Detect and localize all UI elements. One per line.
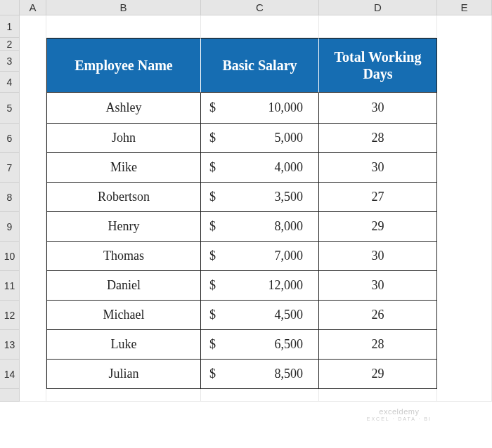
- cell-name-4[interactable]: Henry: [46, 212, 201, 242]
- cell-salary-6[interactable]: $12,000: [201, 271, 319, 301]
- col-header-D[interactable]: D: [319, 0, 437, 15]
- cell-E1[interactable]: [437, 15, 492, 402]
- row-header-2[interactable]: 2: [0, 38, 20, 51]
- currency-icon: $: [208, 190, 216, 204]
- cell-B1[interactable]: [46, 15, 201, 38]
- cell-salary-9[interactable]: $8,500: [201, 360, 319, 389]
- currency-icon: $: [208, 249, 216, 263]
- cell-salary-5[interactable]: $7,000: [201, 242, 319, 271]
- row-header-9[interactable]: 9: [0, 212, 20, 242]
- cell-days-9[interactable]: 29: [319, 360, 437, 389]
- th-employee-name[interactable]: Employee Name: [46, 38, 201, 93]
- cell-days-6[interactable]: 30: [319, 271, 437, 301]
- cell-salary-4[interactable]: $8,000: [201, 212, 319, 242]
- salary-value: 6,500: [275, 337, 304, 352]
- cell-days-1[interactable]: 28: [319, 124, 437, 153]
- cell-D1[interactable]: [319, 15, 437, 38]
- cell-salary-7[interactable]: $4,500: [201, 301, 319, 330]
- cell-A1[interactable]: [20, 15, 46, 402]
- cell-name-6[interactable]: Daniel: [46, 271, 201, 301]
- currency-icon: $: [208, 278, 216, 293]
- cell-days-4[interactable]: 29: [319, 212, 437, 242]
- row-header-4[interactable]: 4: [0, 72, 20, 93]
- row-header-3[interactable]: 3: [0, 51, 20, 72]
- watermark-main: exceldemy: [367, 407, 432, 416]
- currency-icon: $: [208, 219, 216, 234]
- cell-salary-1[interactable]: $5,000: [201, 124, 319, 153]
- cell-days-8[interactable]: 28: [319, 330, 437, 360]
- salary-value: 7,000: [275, 249, 304, 263]
- cell-name-7[interactable]: Michael: [46, 301, 201, 330]
- currency-icon: $: [208, 131, 216, 145]
- col-header-E[interactable]: E: [437, 0, 492, 15]
- select-all-corner[interactable]: [0, 0, 20, 15]
- currency-icon: $: [208, 160, 216, 175]
- cell-C15[interactable]: [201, 389, 319, 402]
- row-header-6[interactable]: 6: [0, 124, 20, 153]
- row-header-13[interactable]: 13: [0, 330, 20, 360]
- cell-salary-3[interactable]: $3,500: [201, 183, 319, 212]
- spreadsheet-grid: A B C D E 1 2 3 4 5 6 7 8 9 10 11 12 13 …: [0, 0, 492, 402]
- cell-salary-8[interactable]: $6,500: [201, 330, 319, 360]
- salary-value: 8,000: [275, 219, 304, 234]
- salary-value: 3,500: [275, 190, 304, 204]
- cell-days-0[interactable]: 30: [319, 93, 437, 124]
- currency-icon: $: [208, 367, 216, 381]
- currency-icon: $: [208, 308, 216, 322]
- col-header-B[interactable]: B: [46, 0, 201, 15]
- currency-icon: $: [208, 337, 216, 352]
- cell-name-8[interactable]: Luke: [46, 330, 201, 360]
- cell-name-3[interactable]: Robertson: [46, 183, 201, 212]
- salary-value: 4,500: [275, 308, 304, 322]
- salary-value: 12,000: [268, 278, 304, 293]
- currency-icon: $: [208, 100, 216, 115]
- th-total-working-days[interactable]: Total Working Days: [319, 38, 437, 93]
- watermark: exceldemy EXCEL · DATA · BI: [367, 407, 432, 423]
- row-header-5[interactable]: 5: [0, 93, 20, 124]
- row-header-7[interactable]: 7: [0, 153, 20, 183]
- cell-name-1[interactable]: John: [46, 124, 201, 153]
- row-header-11[interactable]: 11: [0, 271, 20, 301]
- cell-name-9[interactable]: Julian: [46, 360, 201, 389]
- cell-days-3[interactable]: 27: [319, 183, 437, 212]
- cell-C1[interactable]: [201, 15, 319, 38]
- cell-B15[interactable]: [46, 389, 201, 402]
- cell-salary-2[interactable]: $4,000: [201, 153, 319, 183]
- watermark-sub: EXCEL · DATA · BI: [367, 416, 432, 422]
- salary-value: 5,000: [275, 131, 304, 145]
- th-basic-salary[interactable]: Basic Salary: [201, 38, 319, 93]
- salary-value: 4,000: [275, 160, 304, 175]
- cell-days-2[interactable]: 30: [319, 153, 437, 183]
- col-header-C[interactable]: C: [201, 0, 319, 15]
- row-header-8[interactable]: 8: [0, 183, 20, 212]
- row-header-blank[interactable]: [0, 389, 20, 402]
- cell-salary-0[interactable]: $10,000: [201, 93, 319, 124]
- row-header-10[interactable]: 10: [0, 242, 20, 271]
- col-header-A[interactable]: A: [20, 0, 46, 15]
- salary-value: 8,500: [275, 367, 304, 381]
- salary-value: 10,000: [268, 100, 304, 115]
- row-header-1[interactable]: 1: [0, 15, 20, 38]
- cell-days-7[interactable]: 26: [319, 301, 437, 330]
- row-header-14[interactable]: 14: [0, 360, 20, 389]
- cell-name-2[interactable]: Mike: [46, 153, 201, 183]
- cell-name-5[interactable]: Thomas: [46, 242, 201, 271]
- row-header-12[interactable]: 12: [0, 301, 20, 330]
- cell-days-5[interactable]: 30: [319, 242, 437, 271]
- cell-name-0[interactable]: Ashley: [46, 93, 201, 124]
- cell-D15[interactable]: [319, 389, 437, 402]
